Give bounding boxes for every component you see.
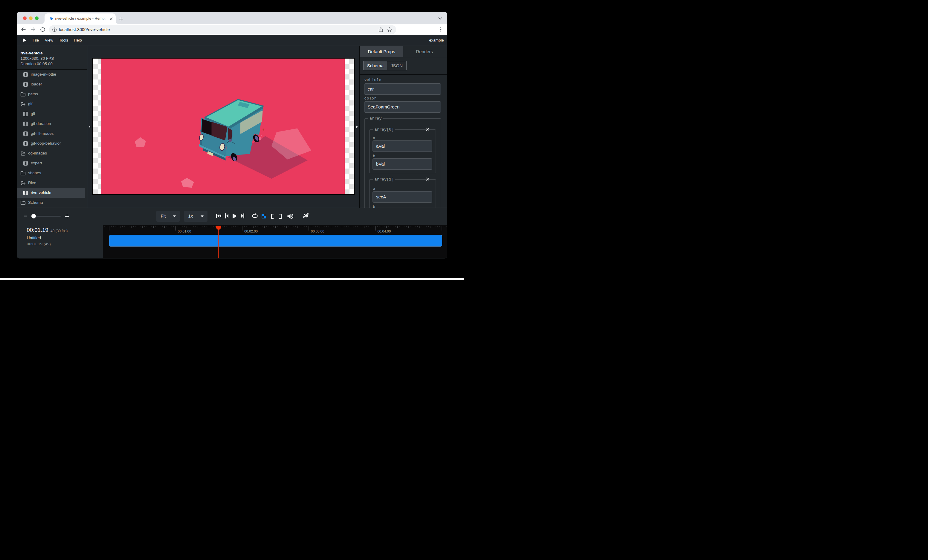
svg-text:00:03.00: 00:03.00 [311,230,324,233]
svg-text:00:01.00: 00:01.00 [178,230,191,233]
svg-text:00:04.00: 00:04.00 [377,230,391,233]
svg-text:00:02.00: 00:02.00 [244,230,258,233]
